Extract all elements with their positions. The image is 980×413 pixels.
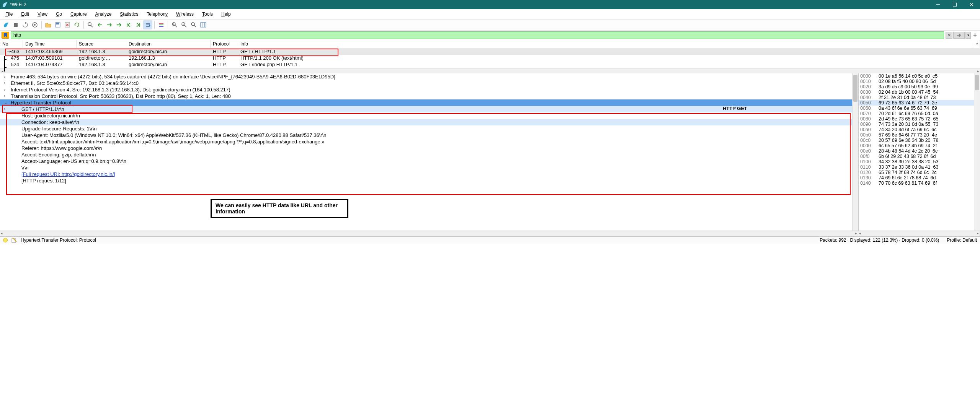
hex-row[interactable]: 00802d 49 6e 73 65 63 75 72 65 xyxy=(859,116,980,122)
hex-row[interactable]: 001002 08 fa f5 40 00 80 06 5d xyxy=(859,79,980,84)
restart-capture-icon[interactable] xyxy=(21,20,30,29)
menu-edit[interactable]: Edit xyxy=(20,11,31,18)
hex-row[interactable]: 00203a d9 c5 c9 00 50 93 0e 99 xyxy=(859,84,980,89)
packet-list-vscroll-up[interactable]: ▲ xyxy=(973,40,980,48)
hex-row[interactable]: 005069 72 65 63 74 6f 72 79 2e xyxy=(859,100,980,106)
hex-row[interactable]: 013074 69 6f 6e 2f 78 68 74 6d xyxy=(859,175,980,180)
col-proto[interactable]: Protocol xyxy=(211,40,238,48)
edit-capture-comment-icon[interactable] xyxy=(11,237,17,243)
close-file-icon[interactable] xyxy=(63,20,72,29)
packet-row[interactable]: ➝46314:07:03.466369192.168.1.3goidirecto… xyxy=(0,48,980,55)
tree-ip[interactable]: Internet Protocol Version 4, Src: 192.16… xyxy=(0,86,858,93)
zoom-reset-icon[interactable] xyxy=(189,20,198,29)
hex-row[interactable]: 00b057 69 6e 64 6f 77 73 20 4e xyxy=(859,132,980,138)
colorize-icon[interactable] xyxy=(157,20,166,29)
packet-bytes-pane[interactable]: 000000 1e a6 56 14 c0 5c e0 c5001002 08 … xyxy=(858,73,980,231)
col-source[interactable]: Source xyxy=(77,40,126,48)
col-time[interactable]: Day Time xyxy=(23,40,77,48)
svg-rect-2 xyxy=(14,23,18,27)
menu-wireless[interactable]: Wireless xyxy=(175,11,195,18)
hex-row[interactable]: 00c020 57 69 6e 36 34 3b 20 78 xyxy=(859,138,980,143)
zoom-out-icon[interactable] xyxy=(180,20,189,29)
tree-ethernet[interactable]: Ethernet II, Src: 5c:e0:c5:8c:ce:77, Dst… xyxy=(0,80,858,86)
tree-http-line[interactable]: Accept-Language: en-US,en;q=0.9,bn;q=0.8… xyxy=(0,158,858,164)
find-packet-icon[interactable] xyxy=(86,20,95,29)
menu-go[interactable]: Go xyxy=(54,11,64,18)
details-vscroll[interactable] xyxy=(852,73,858,231)
go-forward-icon[interactable] xyxy=(105,20,114,29)
hex-row[interactable]: 012065 78 74 2f 68 74 6d 6c 2c xyxy=(859,170,980,175)
col-dest[interactable]: Destination xyxy=(126,40,211,48)
menu-analyze[interactable]: Analyze xyxy=(94,11,113,18)
hex-row[interactable]: 014070 70 6c 69 63 61 74 69 6f xyxy=(859,180,980,186)
tree-http-line[interactable]: Host: goidirectory.nic.in\r\n xyxy=(0,112,858,119)
menu-view[interactable]: View xyxy=(36,11,49,18)
menu-tools[interactable]: Tools xyxy=(201,11,214,18)
tree-http-line[interactable]: Connection: keep-alive\r\n xyxy=(0,119,858,125)
tree-frame[interactable]: Frame 463: 534 bytes on wire (4272 bits)… xyxy=(0,73,858,80)
go-last-icon[interactable] xyxy=(134,20,143,29)
menu-capture[interactable]: Capture xyxy=(69,11,88,18)
tree-http[interactable]: Hypertext Transfer Protocol xyxy=(0,99,858,106)
menu-file[interactable]: File xyxy=(4,11,14,18)
bottom-hscroll[interactable]: ◂▸ ◂▸ xyxy=(0,231,980,236)
tree-http-line[interactable]: Accept-Encoding: gzip, deflate\r\n xyxy=(0,151,858,158)
go-first-icon[interactable] xyxy=(124,20,133,29)
status-profile[interactable]: Profile: Default xyxy=(947,237,977,243)
hex-row[interactable]: 011033 37 2e 33 36 0d 0a 41 63 xyxy=(859,164,980,170)
col-no[interactable]: No xyxy=(0,40,23,48)
packet-list: No Day Time Source Destination Protocol … xyxy=(0,40,980,68)
tree-http-line[interactable]: User-Agent: Mozilla/5.0 (Windows NT 10.0… xyxy=(0,132,858,138)
tree-http-line[interactable]: Referer: https://www.google.com/\r\n xyxy=(0,145,858,151)
expert-info-icon[interactable] xyxy=(3,238,8,242)
minimize-button[interactable] xyxy=(929,0,946,9)
hex-row[interactable]: 003002 04 db 1b 00 00 47 45 54 xyxy=(859,89,980,95)
bookmark-filter-icon[interactable] xyxy=(2,32,9,39)
packet-row[interactable]: 47514:07:03.509181goidirectory.…192.168.… xyxy=(0,55,980,61)
start-capture-icon[interactable] xyxy=(2,20,11,29)
clear-filter-button[interactable]: ✕ xyxy=(946,32,952,39)
packet-details-pane[interactable]: Frame 463: 534 bytes on wire (4272 bits)… xyxy=(0,73,858,231)
display-filter-bar: ✕ ▾ + xyxy=(0,31,980,40)
reload-icon[interactable] xyxy=(72,20,82,29)
jump-to-icon[interactable] xyxy=(114,20,124,29)
open-file-icon[interactable] xyxy=(44,20,53,29)
hex-row[interactable]: 00600a 43 6f 6e 6e 65 63 74 69 xyxy=(859,106,980,111)
tree-http-full-uri[interactable]: [Full request URI: http://goidirectory.n… xyxy=(0,171,858,177)
svg-point-4 xyxy=(34,24,36,26)
hex-row[interactable]: 00d06c 65 57 65 62 4b 69 74 2f xyxy=(859,143,980,148)
menu-statistics[interactable]: Statistics xyxy=(118,11,140,18)
tree-http-line[interactable]: Upgrade-Insecure-Requests: 1\r\n xyxy=(0,125,858,132)
hex-row[interactable]: 010034 32 38 30 2e 38 38 20 53 xyxy=(859,159,980,164)
hex-row[interactable]: 007070 2d 61 6c 69 76 65 0d 0a xyxy=(859,111,980,116)
add-filter-expression-button[interactable]: + xyxy=(972,32,978,39)
maximize-button[interactable] xyxy=(946,0,963,9)
display-filter-input[interactable] xyxy=(11,31,944,39)
packet-list-hscroll[interactable]: ◂ ▸ xyxy=(0,68,980,73)
packet-row[interactable]: 52414:07:04.074377192.168.1.3goidirector… xyxy=(0,61,980,68)
capture-options-icon[interactable] xyxy=(30,20,39,29)
stop-capture-icon[interactable] xyxy=(11,20,20,29)
resize-columns-icon[interactable] xyxy=(199,20,208,29)
menu-telephony[interactable]: Telephony xyxy=(145,11,169,18)
tree-tcp[interactable]: Transmission Control Protocol, Src Port:… xyxy=(0,93,858,99)
apply-filter-button[interactable] xyxy=(953,32,965,39)
hex-row[interactable]: 000000 1e a6 56 14 c0 5c e0 c5 xyxy=(859,73,980,79)
hex-row[interactable]: 00e028 4b 48 54 4d 4c 2c 20 6c xyxy=(859,148,980,154)
hex-row[interactable]: 00a074 3a 20 4d 6f 7a 69 6c 6c xyxy=(859,127,980,132)
menu-help[interactable]: Help xyxy=(220,11,232,18)
close-button[interactable] xyxy=(963,0,980,9)
save-file-icon[interactable] xyxy=(53,20,62,29)
hex-row[interactable]: 00f06b 6f 29 20 43 68 72 6f 6d xyxy=(859,154,980,159)
tree-http-line[interactable]: \r\n xyxy=(0,164,858,171)
tree-http-line[interactable]: Accept: text/html,application/xhtml+xml,… xyxy=(0,138,858,145)
bytes-vscroll[interactable] xyxy=(974,73,980,231)
col-info[interactable]: Info xyxy=(238,40,973,48)
hex-row[interactable]: 00402f 31 2e 31 0d 0a 48 6f 73 xyxy=(859,95,980,100)
zoom-in-icon[interactable] xyxy=(170,20,179,29)
tree-http-request-num[interactable]: [HTTP request 1/12] xyxy=(0,177,858,184)
go-back-icon[interactable] xyxy=(95,20,105,29)
hex-row[interactable]: 009074 73 3a 20 31 0d 0a 55 73 xyxy=(859,122,980,127)
filter-history-dropdown[interactable]: ▾ xyxy=(965,32,971,39)
autoscroll-icon[interactable] xyxy=(143,20,152,29)
